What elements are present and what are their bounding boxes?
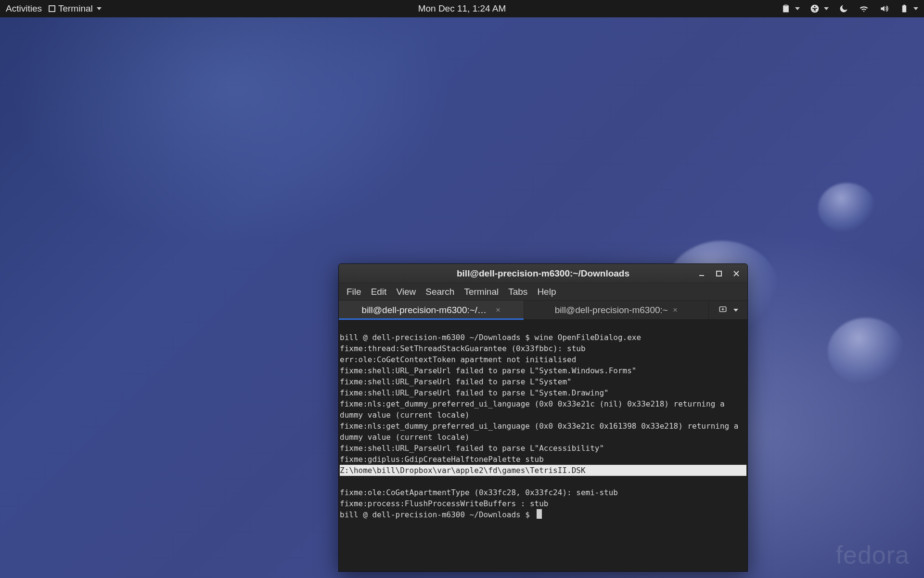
term-line: fixme:shell:URL_ParseUrl failed to parse… bbox=[340, 366, 637, 375]
term-line: fixme:nls:get_dummy_preferred_ui_languag… bbox=[340, 421, 743, 442]
tab-label: bill@dell-precision-m6300:~/Down… bbox=[362, 305, 491, 315]
power-menu[interactable] bbox=[899, 3, 918, 14]
accessibility-indicator[interactable] bbox=[809, 3, 829, 14]
chevron-down-icon bbox=[913, 7, 918, 10]
fedora-watermark: fedora bbox=[836, 540, 910, 569]
term-prompt: bill @ dell-precision-m6300 ~/Downloads … bbox=[340, 510, 542, 519]
terminal-cursor bbox=[537, 509, 542, 519]
clock[interactable]: Mon Dec 11, 1:24 AM bbox=[418, 3, 506, 14]
accessibility-icon bbox=[809, 3, 820, 14]
term-line-highlighted: Z:\home\bill\Dropbox\var\apple2\fd\games… bbox=[340, 465, 746, 476]
prompt-text: bill @ dell-precision-m6300 ~/Downloads … bbox=[340, 510, 535, 519]
clipboard-icon bbox=[781, 3, 791, 14]
network-indicator[interactable] bbox=[859, 3, 869, 14]
term-line: bill @ dell-precision-m6300 ~/Downloads … bbox=[340, 333, 641, 342]
terminal-tab[interactable]: bill@dell-precision-m6300:~/Down… × bbox=[339, 301, 524, 319]
terminal-menubar: File Edit View Search Terminal Tabs Help bbox=[339, 283, 747, 301]
menu-terminal[interactable]: Terminal bbox=[459, 285, 503, 299]
new-tab-button[interactable] bbox=[718, 304, 728, 316]
volume-icon bbox=[879, 3, 889, 14]
chevron-down-icon bbox=[97, 7, 102, 10]
chevron-down-icon bbox=[795, 7, 800, 10]
tab-menu-button[interactable] bbox=[733, 309, 738, 312]
svg-point-1 bbox=[814, 6, 816, 7]
window-title: bill@dell-precision-m6300:~/Downloads bbox=[457, 268, 629, 279]
maximize-button[interactable] bbox=[713, 267, 725, 280]
terminal-tabbar: bill@dell-precision-m6300:~/Down… × bill… bbox=[339, 301, 747, 320]
term-line: err:ole:CoGetContextToken apartment not … bbox=[340, 355, 576, 364]
chevron-down-icon bbox=[824, 7, 829, 10]
wifi-icon bbox=[859, 3, 869, 14]
term-line: fixme:nls:get_dummy_preferred_ui_languag… bbox=[340, 399, 729, 420]
moon-icon bbox=[838, 3, 849, 14]
window-titlebar[interactable]: bill@dell-precision-m6300:~/Downloads bbox=[339, 264, 747, 283]
tab-label: bill@dell-precision-m6300:~ bbox=[555, 305, 668, 315]
terminal-body[interactable]: bill @ dell-precision-m6300 ~/Downloads … bbox=[339, 320, 747, 571]
term-line: fixme:shell:URL_ParseUrl failed to parse… bbox=[340, 377, 572, 386]
terminal-window: bill@dell-precision-m6300:~/Downloads Fi… bbox=[338, 263, 748, 572]
menu-help[interactable]: Help bbox=[532, 285, 561, 299]
minimize-button[interactable] bbox=[695, 267, 708, 280]
menu-file[interactable]: File bbox=[342, 285, 366, 299]
menu-edit[interactable]: Edit bbox=[366, 285, 392, 299]
menu-view[interactable]: View bbox=[391, 285, 421, 299]
clipboard-indicator[interactable] bbox=[781, 3, 800, 14]
tab-tools bbox=[709, 301, 747, 319]
battery-icon bbox=[899, 3, 910, 14]
menu-tabs[interactable]: Tabs bbox=[503, 285, 532, 299]
svg-rect-3 bbox=[717, 271, 721, 276]
clock-label: Mon Dec 11, 1:24 AM bbox=[418, 3, 506, 14]
activities-label: Activities bbox=[6, 3, 42, 14]
term-line: fixme:shell:URL_ParseUrl failed to parse… bbox=[340, 388, 609, 397]
tab-close-icon[interactable]: × bbox=[496, 305, 500, 315]
term-line: fixme:process:FlushProcessWriteBuffers :… bbox=[340, 499, 548, 508]
menu-search[interactable]: Search bbox=[421, 285, 459, 299]
night-indicator[interactable] bbox=[838, 3, 849, 14]
app-menu-label: Terminal bbox=[58, 3, 93, 14]
terminal-app-icon bbox=[49, 5, 55, 12]
term-line: fixme:shell:URL_ParseUrl failed to parse… bbox=[340, 444, 604, 453]
term-line: fixme:ole:CoGetApartmentType (0x33fc28, … bbox=[340, 488, 618, 497]
app-menu[interactable]: Terminal bbox=[49, 3, 102, 14]
wallpaper-blob bbox=[828, 318, 905, 385]
gnome-top-bar: Activities Terminal Mon Dec 11, 1:24 AM bbox=[0, 0, 924, 17]
activities-button[interactable]: Activities bbox=[6, 3, 42, 14]
term-line: fixme:gdiplus:GdipCreateHalftonePalette … bbox=[340, 455, 544, 464]
close-button[interactable] bbox=[730, 267, 743, 280]
terminal-tab[interactable]: bill@dell-precision-m6300:~ × bbox=[524, 301, 709, 319]
wallpaper-blob bbox=[818, 183, 876, 234]
volume-indicator[interactable] bbox=[879, 3, 889, 14]
tab-close-icon[interactable]: × bbox=[673, 305, 678, 315]
term-line: fixme:thread:SetThreadStackGuarantee (0x… bbox=[340, 344, 586, 353]
